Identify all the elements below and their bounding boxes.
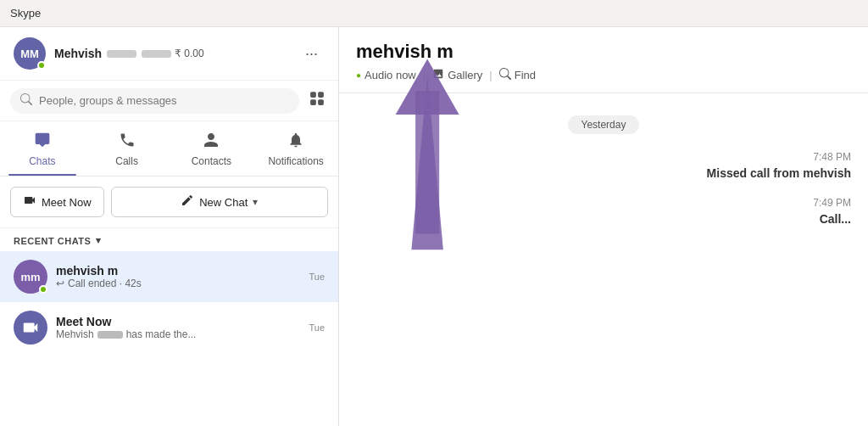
meet-now-button[interactable]: Meet Now <box>10 187 104 217</box>
search-wrapper[interactable] <box>10 88 299 114</box>
message-time-2: 7:49 PM <box>356 197 851 209</box>
tab-contacts[interactable]: Contacts <box>170 125 254 176</box>
chat-body: Yesterday 7:48 PM Missed call from mehvi… <box>339 93 868 426</box>
new-chat-label: New Chat <box>199 196 248 209</box>
nav-tabs: Chats Calls Contacts <box>0 121 338 177</box>
search-icon <box>20 93 32 109</box>
more-options-button[interactable]: ··· <box>298 42 325 66</box>
chat-avatar-meetnow <box>14 311 47 345</box>
search-row <box>0 81 338 121</box>
gallery-action[interactable]: Gallery <box>432 68 482 82</box>
date-badge-label: Yesterday <box>568 115 640 134</box>
new-chat-button[interactable]: New Chat ▾ <box>111 187 328 217</box>
recent-chats-chevron-icon: ▾ <box>96 235 102 246</box>
meet-now-icon <box>23 193 36 210</box>
recent-chats-header: RECENT CHATS ▾ <box>0 228 338 251</box>
meetnow-preview-blur <box>97 331 123 339</box>
chat-info-mehvish: mehvish m ↩ Call ended · 42s <box>56 264 300 289</box>
tab-calls-label: Calls <box>115 155 138 167</box>
contacts-icon <box>203 132 220 153</box>
separator-2: | <box>489 69 492 81</box>
action-buttons: Meet Now New Chat ▾ <box>0 177 338 228</box>
balance-blur <box>142 50 171 58</box>
chat-time-meetnow: Tue <box>309 322 325 333</box>
find-icon <box>499 68 511 82</box>
tab-notifications[interactable]: Notifications <box>253 125 338 176</box>
audio-now-action[interactable]: ● Audio now <box>356 69 416 81</box>
main-layout: MM Mehvish ₹ 0.00 ··· <box>0 27 868 426</box>
tab-chats[interactable]: Chats <box>0 125 85 176</box>
message-group-2: 7:49 PM Call... <box>356 197 851 226</box>
tab-notifications-label: Notifications <box>268 155 323 167</box>
chat-avatar-mehvish: mm <box>14 260 47 294</box>
new-chat-icon <box>181 193 194 210</box>
chat-preview-meetnow: Mehvish has made the... <box>56 328 300 340</box>
profile-name: Mehvish <box>54 47 102 60</box>
chat-online-dot <box>39 285 47 294</box>
chats-icon <box>34 132 51 153</box>
chat-item-meetnow[interactable]: Meet Now Mehvish has made the... Tue <box>0 302 338 353</box>
online-indicator <box>37 61 46 70</box>
chat-preview-mehvish: ↩ Call ended · 42s <box>56 277 300 289</box>
date-badge: Yesterday <box>356 115 851 134</box>
profile-row: MM Mehvish ₹ 0.00 ··· <box>0 27 338 81</box>
profile-info: Mehvish ₹ 0.00 <box>54 47 298 60</box>
profile-balance: ₹ 0.00 <box>142 48 204 59</box>
sidebar: MM Mehvish ₹ 0.00 ··· <box>0 27 339 426</box>
chat-name-meetnow: Meet Now <box>56 315 300 328</box>
chat-time-mehvish: Tue <box>309 272 325 282</box>
message-text-2: Call... <box>356 212 851 226</box>
content-panel: mehvish m ● Audio now | Gallery | <box>339 27 868 426</box>
chat-header: mehvish m ● Audio now | Gallery | <box>339 27 868 93</box>
grid-icon-button[interactable] <box>306 87 328 114</box>
profile-name-blur <box>107 50 136 58</box>
call-icon: ↩ <box>56 277 64 289</box>
message-text-1: Missed call from mehvish <box>356 166 851 180</box>
meet-now-label: Meet Now <box>42 196 92 209</box>
tab-contacts-label: Contacts <box>192 155 231 167</box>
chat-item-mehvish[interactable]: mm mehvish m ↩ Call ended · 42s Tue <box>0 251 338 302</box>
notifications-icon <box>287 132 304 153</box>
chat-name-mehvish: mehvish m <box>56 264 300 277</box>
recent-chats-label: RECENT CHATS <box>14 236 91 246</box>
chat-list: mm mehvish m ↩ Call ended · 42s Tue <box>0 251 338 353</box>
chat-header-actions: ● Audio now | Gallery | Find <box>356 68 851 82</box>
gallery-icon <box>432 68 444 82</box>
message-time-1: 7:48 PM <box>356 151 851 163</box>
chat-contact-name: mehvish m <box>356 41 851 63</box>
audio-icon: ● <box>356 70 361 80</box>
message-group-1: 7:48 PM Missed call from mehvish <box>356 151 851 180</box>
avatar[interactable]: MM <box>14 37 46 70</box>
search-input[interactable] <box>39 94 289 107</box>
chat-info-meetnow: Meet Now Mehvish has made the... <box>56 315 300 340</box>
separator-1: | <box>423 69 426 81</box>
tab-calls[interactable]: Calls <box>85 125 170 176</box>
calls-icon <box>119 132 136 153</box>
tab-chats-label: Chats <box>29 155 55 167</box>
title-bar: Skype <box>0 0 868 27</box>
app-title: Skype <box>10 7 41 20</box>
find-action[interactable]: Find <box>499 68 536 82</box>
chevron-down-icon: ▾ <box>253 196 258 208</box>
